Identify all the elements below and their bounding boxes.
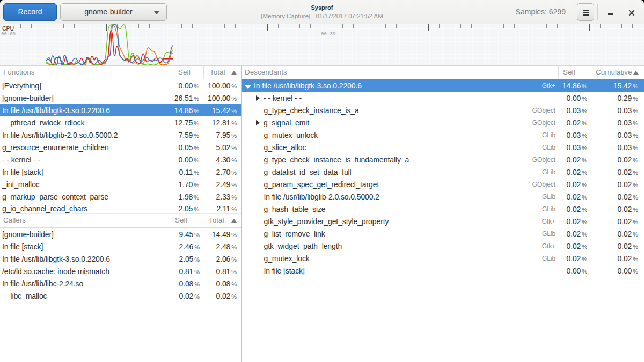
svg-text:00:30: 00:30: [321, 32, 335, 37]
svg-text:CPU: CPU: [2, 25, 14, 32]
svg-text:00:00: 00:00: [1, 32, 16, 37]
